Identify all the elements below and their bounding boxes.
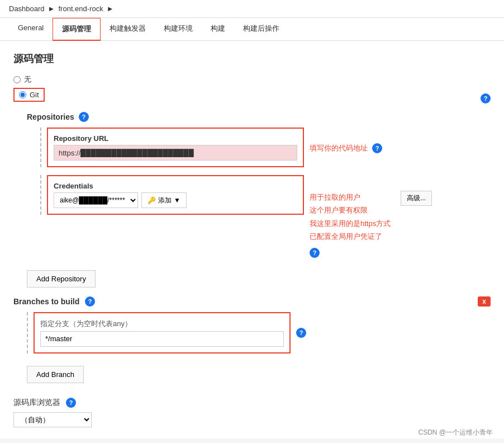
branches-label: Branches to build <box>13 297 79 306</box>
key-icon: 🔑 <box>148 196 156 204</box>
credentials-add-button[interactable]: 🔑 添加 ▼ <box>141 192 187 208</box>
cred-ann-4: 已配置全局用户凭证了 <box>310 230 391 243</box>
source-browser-select[interactable]: （自动） <box>13 412 92 427</box>
tab-build[interactable]: 构建 <box>202 18 234 40</box>
cred-ann-1: 用于拉取的用户 <box>310 191 391 204</box>
repo-url-dashed: Repository URL <box>40 128 304 167</box>
repo-url-row: Repository URL 填写你的代码地址 ? <box>40 128 491 167</box>
credentials-annotation: 用于拉取的用户 这个用户要有权限 我这里采用的是https方式 已配置全局用户凭… <box>310 191 391 243</box>
page-title: 源码管理 <box>13 52 491 65</box>
breadcrumb: Dashboard ► front.end-rock ► <box>0 0 504 18</box>
cred-ann-3: 我这里采用的是https方式 <box>310 217 391 230</box>
branches-section: Branches to build ? x 指定分支（为空时代表any） ? <box>13 296 491 354</box>
tab-general[interactable]: General <box>9 18 53 40</box>
repositories-label: Repositories ? <box>27 112 491 122</box>
repo-url-input[interactable] <box>54 145 297 161</box>
radio-none-label[interactable]: 无 <box>24 74 31 84</box>
source-browser-section: 源码库浏览器 ? （自动） <box>13 398 491 427</box>
tab-post[interactable]: 构建后操作 <box>234 18 288 40</box>
git-help-icon[interactable]: ? <box>481 93 491 103</box>
credentials-controls: aike@██████/****** 🔑 添加 ▼ <box>54 192 297 208</box>
breadcrumb-sep1: ► <box>48 4 55 13</box>
branches-header: Branches to build ? x <box>13 296 491 307</box>
radio-git-input[interactable] <box>19 91 26 98</box>
branch-field-label: 指定分支（为空时代表any） <box>40 319 284 329</box>
radio-git-label[interactable]: Git <box>30 91 39 99</box>
credentials-select[interactable]: aike@██████/****** <box>54 192 138 208</box>
advanced-button[interactable]: 高级... <box>401 191 432 206</box>
branch-dashed: 指定分支（为空时代表any） <box>27 312 291 354</box>
credentials-row-wrapper: Credentials aike@██████/****** 🔑 添加 ▼ <box>40 175 491 258</box>
breadcrumb-sep2: ► <box>107 4 114 13</box>
radio-none-input[interactable] <box>13 76 21 83</box>
cred-ann-2: 这个用户要有权限 <box>310 204 391 216</box>
branch-input[interactable] <box>40 331 284 347</box>
source-browser-help-icon[interactable]: ? <box>66 398 76 408</box>
git-box: Git <box>13 88 45 102</box>
delete-branch-button[interactable]: x <box>478 296 491 307</box>
branches-help-icon[interactable]: ? <box>85 296 95 307</box>
branch-field-box: 指定分支（为空时代表any） <box>34 312 291 354</box>
credentials-label: Credentials <box>54 182 297 190</box>
credentials-help-icon[interactable]: ? <box>310 248 320 258</box>
watermark: CSDN @一个运维小青年 <box>418 428 493 437</box>
add-btn-dropdown-icon: ▼ <box>174 196 180 204</box>
source-browser-label: 源码库浏览器 <box>13 398 60 408</box>
branch-help-icon[interactable]: ? <box>296 328 306 338</box>
tab-source[interactable]: 源码管理 <box>53 18 101 41</box>
tab-trigger[interactable]: 构建触发器 <box>101 18 155 40</box>
repo-url-annotation: 填写你的代码地址 <box>310 143 368 153</box>
repositories-help-icon[interactable]: ? <box>79 112 89 122</box>
breadcrumb-dashboard[interactable]: Dashboard <box>9 4 45 13</box>
breadcrumb-project[interactable]: front.end-rock <box>58 4 103 13</box>
add-btn-label: 添加 <box>158 196 172 205</box>
repo-url-label: Repository URL <box>54 134 297 143</box>
radio-none-option: 无 <box>13 74 491 84</box>
main-content: 源码管理 无 Git ? Repositories ? Repository U… <box>0 41 504 439</box>
tab-env[interactable]: 构建环境 <box>155 18 202 40</box>
tabs-bar: General 源码管理 构建触发器 构建环境 构建 构建后操作 <box>0 18 504 41</box>
branch-field-wrapper: 指定分支（为空时代表any） ? <box>27 312 491 354</box>
add-branch-button[interactable]: Add Branch <box>27 366 84 383</box>
credentials-field-box: Credentials aike@██████/****** 🔑 添加 ▼ <box>47 175 304 215</box>
credentials-dashed: Credentials aike@██████/****** 🔑 添加 ▼ <box>40 175 304 215</box>
repo-url-help-icon[interactable]: ? <box>372 143 382 153</box>
repositories-section: Repositories ? Repository URL 填写你的代码地址 ?… <box>27 112 491 258</box>
repo-url-field-box: Repository URL <box>47 128 304 167</box>
add-repository-button[interactable]: Add Repository <box>27 270 96 288</box>
radio-git-option: Git ? <box>13 88 491 109</box>
source-browser-header: 源码库浏览器 ? <box>13 398 491 408</box>
